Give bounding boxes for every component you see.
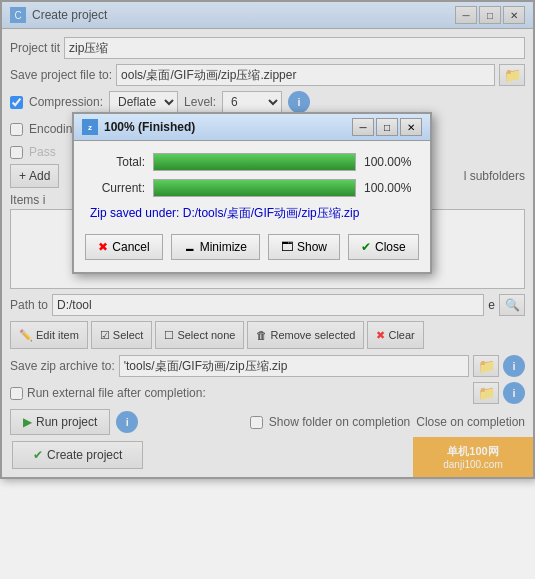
main-window: C Create project ─ □ ✕ Project tit Save … — [0, 0, 535, 479]
current-progress-row: Current: 100.00% — [90, 179, 414, 197]
total-progress-pct: 100.00% — [364, 155, 414, 169]
close-prog-icon: ✔ — [361, 240, 371, 254]
progress-minimize-button[interactable]: ─ — [352, 118, 374, 136]
show-icon: 🗔 — [281, 240, 293, 254]
current-progress-bar — [153, 179, 356, 197]
total-progress-row: Total: 100.00% — [90, 153, 414, 171]
progress-dialog: z 100% (Finished) ─ □ ✕ Total: 100.00% — [72, 112, 432, 274]
total-progress-bar — [153, 153, 356, 171]
progress-dialog-title: 100% (Finished) — [104, 120, 195, 134]
total-label: Total: — [90, 155, 145, 169]
minimize-icon: 🗕 — [184, 240, 196, 254]
progress-close-dialog-button[interactable]: ✔ Close — [348, 234, 419, 260]
current-progress-pct: 100.00% — [364, 181, 414, 195]
progress-dialog-buttons: ✖ Cancel 🗕 Minimize 🗔 Show ✔ Close — [90, 234, 414, 260]
progress-maximize-button[interactable]: □ — [376, 118, 398, 136]
total-progress-fill — [154, 154, 355, 170]
cancel-prog-icon: ✖ — [98, 240, 108, 254]
progress-body: Total: 100.00% Current: 100.00% Zip save… — [74, 141, 430, 272]
current-progress-fill — [154, 180, 355, 196]
progress-dialog-icon: z — [82, 119, 98, 135]
progress-message: Zip saved under: D:/tools/桌面/GIF动画/zip压缩… — [90, 205, 414, 222]
progress-title-bar: z 100% (Finished) ─ □ ✕ — [74, 114, 430, 141]
current-label: Current: — [90, 181, 145, 195]
progress-close-button[interactable]: ✕ — [400, 118, 422, 136]
progress-minimize-dialog-button[interactable]: 🗕 Minimize — [171, 234, 260, 260]
progress-show-button[interactable]: 🗔 Show — [268, 234, 340, 260]
progress-cancel-button[interactable]: ✖ Cancel — [85, 234, 162, 260]
